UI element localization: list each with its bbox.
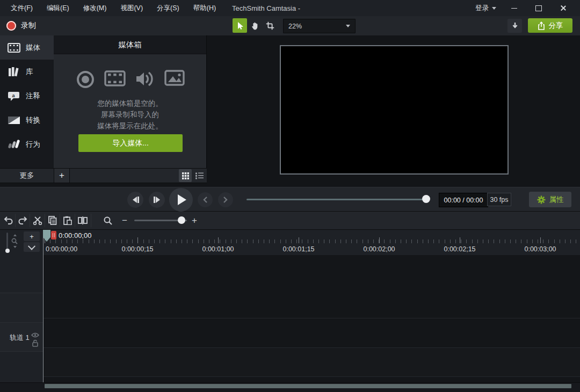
canvas-zoom-select[interactable]: 22% (283, 19, 356, 33)
close-icon (560, 5, 567, 11)
sidebar-item-label: 注释 (26, 91, 40, 101)
timeline-tracks-area[interactable] (44, 255, 580, 382)
titlebar-controls: 登录 (470, 0, 576, 16)
menu-help[interactable]: 帮助(H) (187, 0, 222, 16)
ruler-time-label: 0:00:01;15 (274, 245, 323, 253)
media-bin-header: 媒体箱 (54, 35, 206, 54)
more-tabs-button[interactable]: 更多 (0, 171, 54, 180)
track1-header[interactable]: 轨道 1 (0, 322, 43, 352)
record-icon (6, 21, 16, 31)
previous-frame-button[interactable] (127, 192, 143, 208)
minimize-button[interactable] (502, 0, 526, 16)
sidebar-item-transitions[interactable]: 转换 (0, 108, 54, 132)
timeline-header-column: + 轨道 1 (0, 230, 44, 382)
maximize-button[interactable] (526, 0, 551, 16)
track-height-slider-thumb[interactable] (5, 249, 10, 253)
export-button[interactable] (508, 19, 522, 33)
title-bar: 文件(F) 编辑(E) 修改(M) 视图(V) 分享(S) 帮助(H) Tech… (0, 0, 580, 16)
sign-in-label: 登录 (475, 4, 489, 13)
share-label: 分享 (549, 21, 563, 31)
menu-edit[interactable]: 编辑(E) (40, 0, 76, 16)
playback-bar: 00:00 / 00:00 30 fps 属性 (0, 187, 580, 212)
track-options-button[interactable] (24, 242, 40, 252)
close-button[interactable] (551, 0, 576, 16)
fps-display[interactable]: 30 fps (487, 193, 511, 206)
pan-tool-button[interactable] (248, 18, 262, 33)
play-button[interactable] (169, 188, 193, 212)
timeline-ruler[interactable]: 0:00:00;000:00:00;150:00:01;000:00:01;15… (44, 230, 580, 255)
lock-icon[interactable] (32, 339, 38, 347)
undo-button[interactable] (1, 212, 15, 229)
menu-modify[interactable]: 修改(M) (77, 0, 113, 16)
sidebar-item-annotations[interactable]: a 注释 (0, 84, 54, 108)
zoom-out-button[interactable]: − (119, 212, 130, 229)
chevron-right-icon (223, 197, 228, 203)
jump-back-button[interactable] (198, 192, 213, 207)
bin-view-toggles (179, 169, 207, 182)
ruler-time-label: 0:00:02;15 (436, 245, 484, 253)
crop-icon (265, 21, 275, 31)
menu-file[interactable]: 文件(F) (4, 0, 39, 16)
sidebar-item-behaviors[interactable]: 行为 (0, 132, 54, 156)
cursor-tool-button[interactable] (233, 18, 247, 33)
properties-label: 属性 (549, 195, 564, 205)
chevron-down-icon (492, 7, 496, 10)
ruler-time-label: 0:00:01;00 (194, 245, 242, 253)
separator (91, 214, 91, 227)
share-button[interactable]: 分享 (528, 18, 572, 33)
record-button[interactable]: 录制 (4, 16, 38, 35)
zoom-down-arrow-icon (13, 246, 17, 248)
empty-text-line2: 屏幕录制和导入的 (54, 109, 206, 120)
ruler-time-label: 0:00:00;15 (113, 245, 162, 253)
redo-button[interactable] (16, 212, 30, 229)
cut-button[interactable] (30, 212, 45, 229)
playback-slider-track[interactable] (247, 199, 429, 200)
track-height-control[interactable] (5, 233, 19, 254)
menu-view[interactable]: 视图(V) (114, 0, 149, 16)
track1-label: 轨道 1 (10, 333, 30, 343)
playhead-handle[interactable] (51, 231, 56, 239)
eye-icon[interactable] (31, 332, 39, 338)
audio-icon (135, 70, 155, 88)
timeline: + 轨道 1 0:00:00;000:00:00;150:00:01;000:0… (0, 230, 580, 392)
sidebar-item-media[interactable]: 媒体 (0, 35, 54, 60)
grid-view-icon (182, 172, 189, 179)
crop-tool-button[interactable] (263, 18, 277, 33)
ruler-time-label: 0:00:02;00 (355, 245, 403, 253)
sidebar-item-label: 库 (26, 67, 33, 77)
copy-button[interactable] (45, 212, 60, 229)
timeline-zoom-button[interactable] (101, 212, 115, 229)
list-view-button[interactable] (193, 169, 206, 182)
cursor-icon (235, 21, 245, 31)
sidebar-item-library[interactable]: 库 (0, 60, 54, 84)
main-toolbar: 录制 22% (0, 16, 580, 36)
paste-icon (63, 216, 72, 225)
magnifier-icon (104, 216, 112, 225)
horizontal-scrollbar[interactable] (45, 384, 571, 388)
properties-button[interactable]: 属性 (529, 192, 571, 207)
transition-icon (7, 116, 21, 125)
paste-button[interactable] (60, 212, 75, 229)
next-frame-button[interactable] (149, 192, 165, 208)
track1-lane[interactable] (44, 347, 580, 377)
zoom-in-button[interactable]: + (189, 212, 200, 229)
video-preview[interactable] (280, 45, 509, 175)
media-icon (7, 43, 21, 53)
playback-slider-thumb[interactable] (422, 195, 430, 203)
timeline-zoom-slider-thumb[interactable] (178, 216, 185, 224)
panel-bottom-bar: 更多 + (0, 168, 207, 183)
import-media-button[interactable]: 导入媒体... (78, 134, 183, 152)
add-track-button[interactable]: + (24, 231, 40, 241)
track-height-slider[interactable] (6, 233, 8, 251)
sign-in-button[interactable]: 登录 (470, 0, 502, 16)
scissors-icon (33, 216, 42, 225)
grid-view-button[interactable] (179, 169, 192, 182)
menu-share[interactable]: 分享(S) (150, 0, 186, 16)
add-tab-button[interactable]: + (54, 169, 70, 183)
canvas-zoom-value: 22% (288, 23, 302, 30)
canvas-stage[interactable] (207, 35, 580, 187)
track-divider (44, 318, 580, 318)
split-button[interactable] (75, 212, 90, 229)
jump-forward-button[interactable] (218, 192, 233, 207)
camtasia-window: 文件(F) 编辑(E) 修改(M) 视图(V) 分享(S) 帮助(H) Tech… (0, 0, 580, 392)
